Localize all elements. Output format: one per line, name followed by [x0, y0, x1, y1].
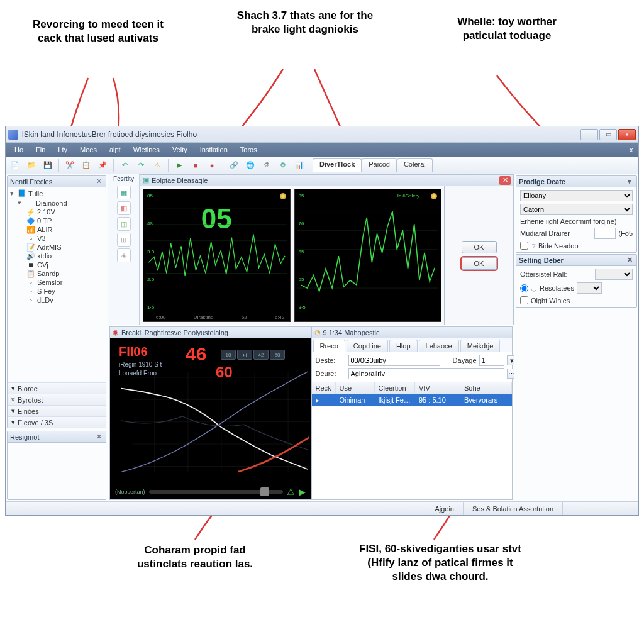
accordion-item[interactable]: ▾Bioroe	[8, 382, 106, 394]
menu-item[interactable]: Veity	[166, 145, 194, 155]
toolbar-redo-icon[interactable]: ↷	[134, 158, 148, 172]
warning-icon: ⚠	[287, 487, 295, 497]
accordion-item[interactable]: ▾Eleove / 3S	[8, 416, 106, 428]
main-tab-1[interactable]: DiverTlock	[313, 158, 362, 172]
right-sidebar: Prodige Deate▾ Elloany Catorn Erhenie ii…	[514, 174, 638, 501]
rate-select[interactable]	[595, 269, 633, 280]
diag-tab[interactable]: Meikdrje	[460, 340, 501, 352]
panel-title: Prodige Deate	[519, 178, 565, 186]
status-cell: Ajgein	[426, 502, 464, 515]
main-tab-3[interactable]: Coleral	[397, 158, 433, 172]
toolbar-paste-icon[interactable]: 📌	[96, 158, 109, 172]
palette-button[interactable]: ◧	[117, 201, 131, 215]
date-input[interactable]	[348, 355, 440, 366]
status-cell: Ses & Bolatica Assortution	[464, 502, 563, 515]
menubar: Ho Fin Lty Mees alpt Wietines Veity Inst…	[6, 143, 638, 157]
menu-item[interactable]: Wietines	[127, 145, 166, 155]
radio-item[interactable]: ◡ Resolatees	[520, 282, 633, 294]
oscilloscope-2[interactable]: 857665553·5 Iai6Solety	[294, 189, 442, 322]
col-header[interactable]: Reck	[312, 382, 336, 394]
menu-item[interactable]: Toros	[234, 145, 264, 155]
deure-input[interactable]	[348, 368, 504, 379]
minimize-button[interactable]: —	[580, 129, 598, 140]
panel-title: Selting Deber	[519, 257, 564, 264]
profile-select-1[interactable]: Elloany	[520, 190, 633, 201]
menubar-close-icon[interactable]: x	[623, 145, 636, 155]
toolbar-connect-icon[interactable]: 🔗	[227, 158, 241, 172]
window-title: lSkin land InfonostusBrer frotioed diysi…	[22, 130, 580, 139]
tool-palette: Fesrtity ▦ ◧ ◫ ⊞ ◈	[108, 174, 140, 325]
checkbox-item[interactable]: ▿Bide Neadoo	[520, 242, 633, 250]
accordion-item[interactable]: ▾Einóes	[8, 405, 106, 416]
property-label: Erhenie iight Aecormint forgine)	[520, 218, 633, 225]
annotation-4: Coharam propid fad ustinclats reaution l…	[119, 543, 270, 571]
palette-button[interactable]: ⊞	[117, 233, 131, 247]
dayage-input[interactable]	[479, 355, 504, 366]
menu-item[interactable]: Lty	[52, 145, 74, 155]
palette-button[interactable]: ▦	[117, 186, 131, 199]
diag-tab[interactable]: Lehaoce	[419, 340, 459, 352]
close-button[interactable]: x	[618, 129, 636, 140]
toolbar-copy-icon[interactable]: 📋	[79, 158, 93, 172]
col-header[interactable]: Use	[336, 382, 375, 394]
toolbar-globe-icon[interactable]: 🌐	[243, 158, 257, 172]
menu-item[interactable]: Mees	[74, 145, 103, 155]
col-header[interactable]: Cleertion	[375, 382, 416, 394]
toolbar-record-icon[interactable]: ●	[205, 158, 219, 172]
annotation-3: Whelle: toy worther paticulat toduage	[450, 15, 564, 43]
value-input[interactable]	[594, 228, 616, 239]
menu-item[interactable]: alpt	[103, 145, 127, 155]
table-row[interactable]: ▸ Oinimah Ikjisjt Feme lti 3aatnage Der …	[312, 394, 513, 406]
toolbar-open-icon[interactable]: 📁	[25, 158, 38, 172]
toolbar-new-icon[interactable]: 📄	[8, 158, 22, 172]
diagnostic-panel: ◔9 1:34 Mahopestic Rreco Copd ine Hlop L…	[311, 326, 513, 500]
toolbar-save-icon[interactable]: 💾	[41, 158, 55, 172]
menu-item[interactable]: Ho	[8, 145, 30, 155]
menu-item[interactable]: Fin	[30, 145, 52, 155]
titlebar[interactable]: lSkin land InfonostusBrer frotioed diysi…	[6, 126, 638, 143]
brake-viz[interactable]: FII06 46 60 iRegin 1910 S t Lonaefd Erno…	[110, 338, 311, 499]
palette-button[interactable]: ◫	[117, 217, 131, 231]
diag-tab[interactable]: Rreco	[313, 340, 345, 352]
ok-button[interactable]: OK	[462, 241, 497, 253]
toolbar-undo-icon[interactable]: ↶	[118, 158, 131, 172]
oscilloscope-1[interactable]: 85483.82.51·5 05 6:00Dirastino626:42	[143, 189, 291, 322]
toolbar-stop-icon[interactable]: ■	[189, 158, 203, 172]
toolbar-chart-icon[interactable]: 📊	[292, 158, 306, 172]
menu-item[interactable]: Instiation	[194, 145, 234, 155]
property-label: Ottersistel Rall:	[520, 270, 592, 278]
panel-close-icon[interactable]: ✕	[625, 256, 634, 265]
brake-title: Breakil Raghtiresve Poolyustolaing	[121, 329, 228, 336]
panel-title: Resigmot	[10, 433, 39, 441]
ok-button-highlighted[interactable]: OK	[462, 257, 497, 270]
toolbar-gear-icon[interactable]: ⚙	[276, 158, 290, 172]
palette-button[interactable]: ◈	[117, 248, 131, 262]
toolbar-filter-icon[interactable]: ⚗	[260, 158, 274, 172]
diag-tab[interactable]: Copd ine	[347, 340, 388, 352]
panel-close-icon[interactable]: ✕	[94, 177, 103, 186]
accordion-item[interactable]: ▿Byrotost	[8, 394, 106, 405]
checkbox-item[interactable]: Oight Winies	[520, 296, 633, 304]
form-label: Deure:	[316, 370, 346, 377]
annotation-5: FISI, 60-skivediganties usar stvt (Hfify…	[352, 542, 528, 584]
main-tab-2[interactable]: Paicod	[362, 158, 397, 172]
toolbar-run-icon[interactable]: ▶	[172, 158, 186, 172]
tree-view[interactable]: ▾📘Tuile ▾Diainóond ⚡2.10V 🔷0.TP 📶ALIR ▫V…	[8, 187, 106, 382]
diag-table[interactable]: Reck Use Cleertion VIV = Sohe ▸ Oinimah …	[312, 382, 513, 499]
toolbar-cut-icon[interactable]: ✂️	[63, 158, 77, 172]
collapse-icon[interactable]: ▾	[625, 177, 634, 186]
brake-slider[interactable]	[149, 490, 283, 494]
toolbar-warning-icon[interactable]: ⚠	[150, 158, 164, 172]
profile-select-2[interactable]: Catorn	[520, 204, 633, 215]
play-icon[interactable]: ▶	[299, 487, 306, 497]
maximize-button[interactable]: ▭	[599, 129, 617, 140]
left-sidebar: Nentil Frecles ✕ ▾📘Tuile ▾Diainóond ⚡2.1…	[6, 174, 108, 501]
scope-close-icon[interactable]: ✕	[499, 176, 511, 185]
col-header[interactable]: VIV =	[415, 382, 460, 394]
panel-close-icon[interactable]: ✕	[94, 433, 103, 441]
diag-title: 9 1:34 Mahopestic	[323, 329, 380, 336]
diag-tab[interactable]: Hlop	[389, 340, 418, 352]
col-header[interactable]: Sohe	[460, 382, 512, 394]
property-label: Mudiaral Drairer	[520, 230, 592, 237]
form-label: Dayage	[443, 357, 477, 364]
